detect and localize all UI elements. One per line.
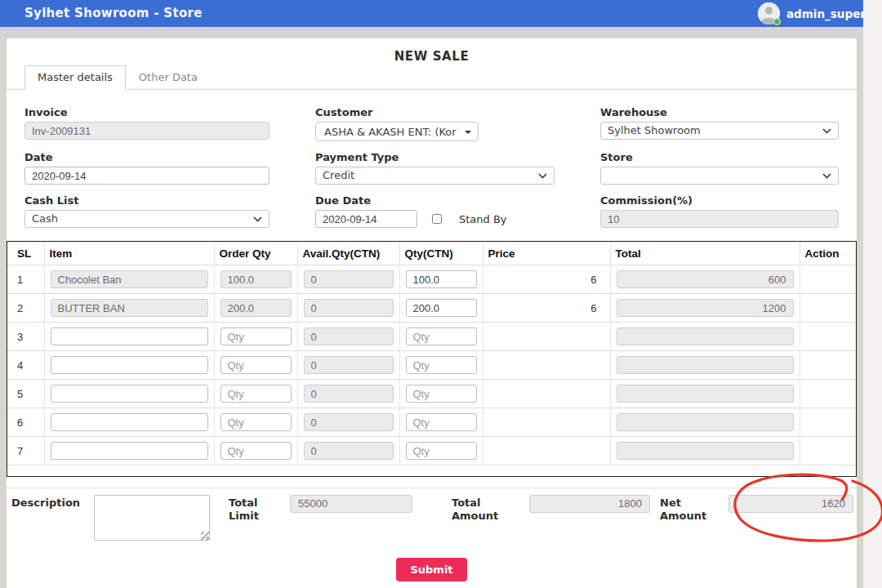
column-header: Avail.Qty(CTN) [297,242,399,265]
sl-cell: 1 [7,265,44,294]
column-header: Order Qty [214,242,297,265]
item-input[interactable] [51,385,208,403]
column-header: Price [483,242,610,265]
action-cell [800,380,856,408]
cash-list-value: Cash [32,212,58,225]
item-input[interactable] [51,442,208,460]
invoice-field: Invoice [24,106,270,141]
payment-type-select[interactable]: Credit [315,167,555,185]
items-table-header: SLItemOrder QtyAvail.Qty(CTN)Qty(CTN)Pri… [7,242,856,265]
item-input[interactable] [51,356,208,374]
price-value [483,437,610,466]
app-title: Sylhet Showroom - Store [24,0,203,27]
total-amount-label: Total Amount [452,497,504,523]
table-row: 4 [7,351,856,380]
qty-input[interactable] [406,356,477,374]
avail-qty-input [304,356,394,374]
items-table-container: SLItemOrder QtyAvail.Qty(CTN)Qty(CTN)Pri… [7,241,857,477]
caret-down-icon [465,131,471,134]
order-qty-input [220,270,292,288]
column-header: Item [44,242,214,265]
tab-other-data[interactable]: Other Data [126,65,211,90]
qty-input[interactable] [406,299,477,317]
sl-cell: 6 [7,408,44,437]
sl-cell: 3 [7,323,44,351]
item-input[interactable] [51,327,208,345]
commission-field: Commission(%) [600,194,839,228]
avail-qty-input [304,385,394,403]
user-avatar[interactable] [758,2,780,24]
action-cell [800,351,856,380]
total-limit-label: Total Limit [229,497,276,523]
tab-bar: Master details Other Data [7,65,857,90]
item-input [51,299,208,317]
column-header: Qty(CTN) [399,242,483,265]
description-label: Description [11,497,80,510]
price-value [483,408,610,437]
payment-type-label: Payment Type [315,151,555,163]
order-qty-input[interactable] [220,385,292,403]
order-qty-input[interactable] [220,327,292,345]
qty-input[interactable] [406,270,477,288]
action-cell [800,408,856,437]
submit-button[interactable]: Submit [396,558,466,581]
cash-list-field: Cash List Cash [24,194,270,228]
total-input [617,270,794,288]
price-value [483,323,610,351]
qty-input[interactable] [406,385,477,403]
new-sale-card: NEW SALE Master details Other Data Invoi… [7,38,857,588]
total-input [617,385,794,403]
order-qty-input[interactable] [220,356,292,374]
due-date-label: Due Date [315,194,555,207]
customer-dropdown[interactable]: ASHA & AKASH ENT: (Kor [315,122,479,141]
store-field: Store [600,151,839,185]
table-row: 16 [7,265,856,294]
chevron-down-icon [822,128,831,134]
action-cell [800,323,856,351]
total-limit-input [290,495,412,513]
item-input[interactable] [51,413,208,431]
net-amount-label: Net Amount [660,497,710,523]
store-label: Store [600,151,839,163]
store-select[interactable] [600,167,839,185]
order-qty-input[interactable] [220,442,292,460]
warehouse-select[interactable]: Sylhet Showroom [600,122,839,140]
payment-type-field: Payment Type Credit [315,151,555,185]
column-header: SL [7,242,44,265]
stand-by-label: Stand By [459,213,507,225]
order-qty-input[interactable] [220,413,292,431]
page-title: NEW SALE [7,38,857,65]
commission-label: Commission(%) [600,194,839,207]
avail-qty-input [304,413,394,431]
order-qty-input [220,299,292,317]
master-details-form: Invoice Customer ASHA & AKASH ENT: (Kor … [7,90,857,231]
invoice-label: Invoice [24,106,270,118]
avail-qty-input [304,327,394,345]
date-label: Date [24,151,270,163]
warehouse-value: Sylhet Showroom [608,124,701,136]
cash-list-label: Cash List [24,194,270,207]
sl-cell: 4 [7,351,44,380]
items-table-body: 162634567 [7,265,856,476]
action-cell [800,265,856,294]
column-header: Action [800,242,856,265]
table-row: 3 [7,323,856,351]
qty-input[interactable] [406,413,477,431]
user-menu[interactable]: admin_super [758,2,863,24]
description-textarea[interactable] [94,495,210,541]
username-label: admin_super [786,7,863,20]
avail-qty-input [304,442,394,460]
commission-input [600,210,839,228]
date-input[interactable] [24,167,270,185]
qty-input[interactable] [406,442,477,460]
spacer-row [7,466,856,476]
qty-input[interactable] [406,327,477,345]
app-window: Sylhet Showroom - Store admin_super NEW … [0,0,863,588]
totals-section: Description Total Limit Total Amount Net… [7,488,857,554]
stand-by-checkbox[interactable] [432,214,442,224]
tab-master-details[interactable]: Master details [24,65,126,90]
total-input [617,413,794,431]
total-input [617,327,794,345]
cash-list-select[interactable]: Cash [24,210,270,228]
due-date-input[interactable] [315,210,417,228]
